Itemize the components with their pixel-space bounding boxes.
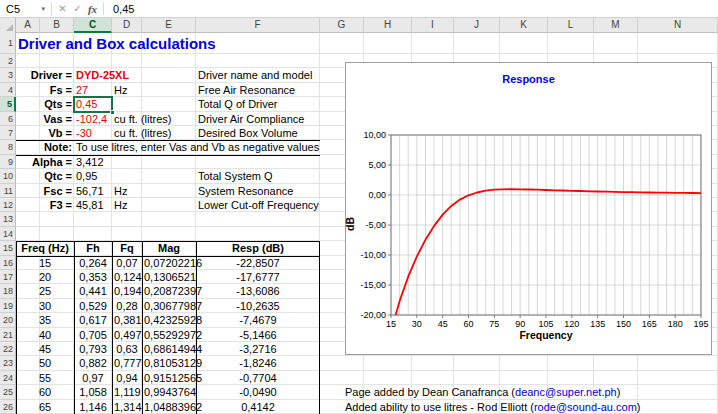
table-cell-r10c2[interactable]: 1,058 [74,385,112,399]
cell-F11[interactable]: System Resonance [196,184,320,198]
row-header-15[interactable]: 15 [0,241,16,255]
cell-C4[interactable]: 27 [74,83,112,97]
table-cell-r5c2[interactable]: 0,617 [74,313,112,327]
table-cell-r4c4[interactable]: 0,30677987 [142,299,196,313]
cell-F6[interactable]: Driver Air Compliance [196,112,320,126]
table-cell-r2c5[interactable]: -17,6777 [196,270,320,284]
col-header-G[interactable]: G [320,18,364,33]
table-cell-r1c3[interactable]: 0,07 [112,256,142,270]
table-cell-r8c5[interactable]: -1,8246 [196,356,320,370]
sheet-grid[interactable]: 1234567891011121314151617181920212223242… [0,33,718,414]
table-cell-r7c2[interactable]: 0,793 [74,342,112,356]
cell-C12[interactable]: 45,81 [74,198,112,212]
table-cell-r4c1[interactable]: 30 [16,299,74,313]
row-header-4[interactable]: 4 [0,83,16,97]
col-header-D[interactable]: D [112,18,142,33]
table-cell-r6c2[interactable]: 0,705 [74,328,112,342]
chevron-down-icon[interactable]: ▾ [41,5,45,13]
table-cell-r9c3[interactable]: 0,94 [112,371,142,385]
col-header-L[interactable]: L [548,18,594,33]
cell-C10[interactable]: 0,95 [74,169,112,183]
table-cell-r1c1[interactable]: 15 [16,256,74,270]
table-cell-r3c5[interactable]: -13,6086 [196,284,320,298]
row-header-6[interactable]: 6 [0,112,16,126]
table-cell-r7c5[interactable]: -3,2716 [196,342,320,356]
table-cell-r3c2[interactable]: 0,441 [74,284,112,298]
row-header-1[interactable]: 1 [0,33,16,54]
response-chart[interactable]: 15304560759010512013515016518019510,005,… [345,62,712,355]
table-cell-r1c4[interactable]: 0,07202216 [142,256,196,270]
table-cell-r9c4[interactable]: 0,91512565 [142,371,196,385]
table-cell-r5c3[interactable]: 0,381 [112,313,142,327]
table-cell-r8c4[interactable]: 0,81053129 [142,356,196,370]
row-header-10[interactable]: 10 [0,169,16,183]
cell-A10[interactable]: Qtc = [16,169,74,183]
row-header-25[interactable]: 25 [0,385,16,399]
cell-F12[interactable]: Lower Cut-off Frequency [196,198,320,212]
table-cell-r3c4[interactable]: 0,20872397 [142,284,196,298]
table-cell-r6c1[interactable]: 40 [16,328,74,342]
table-header-3[interactable]: Fq [112,241,142,255]
table-header-5[interactable]: Resp (dB) [196,241,320,255]
col-header-K[interactable]: K [500,18,548,33]
cell-A3[interactable]: Driver = [16,68,74,82]
col-header-I[interactable]: I [412,18,454,33]
table-cell-r2c4[interactable]: 0,1306521 [142,270,196,284]
col-header-A[interactable]: A [16,18,40,33]
cell-A1[interactable]: Driver and Box calculations [16,33,40,54]
cell-F5[interactable]: Total Q of Driver [196,97,320,111]
cell-D7[interactable]: cu ft. (litres) [112,126,142,140]
table-cell-r4c3[interactable]: 0,28 [112,299,142,313]
table-cell-r10c5[interactable]: -0,0490 [196,385,320,399]
row-header-8[interactable]: 8 [0,140,16,154]
table-cell-r4c5[interactable]: -10,2635 [196,299,320,313]
row-header-16[interactable]: 16 [0,256,16,270]
table-cell-r3c3[interactable]: 0,194 [112,284,142,298]
table-cell-r1c2[interactable]: 0,264 [74,256,112,270]
cell-A9[interactable]: Alpha = [16,155,74,169]
cell-C7[interactable]: -30 [74,126,112,140]
table-cell-r11c4[interactable]: 1,04883962 [142,400,196,414]
row-header-22[interactable]: 22 [0,342,16,356]
row-header-5[interactable]: 5 [0,97,16,111]
cell-D11[interactable]: Hz [112,184,142,198]
select-all-corner[interactable] [0,18,16,33]
row-header-14[interactable]: 14 [0,227,16,241]
cell-A11[interactable]: Fsc = [16,184,74,198]
table-cell-r8c2[interactable]: 0,882 [74,356,112,370]
table-cell-r5c5[interactable]: -7,4679 [196,313,320,327]
table-cell-r11c2[interactable]: 1,146 [74,400,112,414]
cancel-icon[interactable]: ✕ [55,3,70,14]
cell-A5[interactable]: Qts = [16,97,74,111]
table-cell-r9c1[interactable]: 55 [16,371,74,385]
row-header-21[interactable]: 21 [0,328,16,342]
row-header-13[interactable]: 13 [0,212,16,226]
table-cell-r9c2[interactable]: 0,97 [74,371,112,385]
row-header-26[interactable]: 26 [0,400,16,414]
table-cell-r10c3[interactable]: 1,119 [112,385,142,399]
row-header-2[interactable]: 2 [0,54,16,68]
col-header-F[interactable]: F [196,18,320,33]
table-cell-r5c1[interactable]: 35 [16,313,74,327]
insert-function-icon[interactable]: fx [85,3,100,15]
row-header-11[interactable]: 11 [0,184,16,198]
cell-D6[interactable]: cu ft. (litres) [112,112,142,126]
table-cell-r11c3[interactable]: 1,314 [112,400,142,414]
cell-A7[interactable]: Vb = [16,126,74,140]
table-cell-r8c1[interactable]: 50 [16,356,74,370]
row-header-12[interactable]: 12 [0,198,16,212]
row-header-18[interactable]: 18 [0,284,16,298]
cell-F3[interactable]: Driver name and model [196,68,320,82]
cell-F7[interactable]: Desired Box Volume [196,126,320,140]
table-cell-r7c3[interactable]: 0,63 [112,342,142,356]
row-header-24[interactable]: 24 [0,371,16,385]
selected-cell-outline[interactable] [73,96,113,112]
table-cell-r3c1[interactable]: 25 [16,284,74,298]
table-cell-r11c1[interactable]: 65 [16,400,74,414]
table-cell-r7c4[interactable]: 0,68614944 [142,342,196,356]
cell-A6[interactable]: Vas = [16,112,74,126]
table-cell-r2c2[interactable]: 0,353 [74,270,112,284]
email-link[interactable]: rode@sound-au.com [534,401,637,413]
cell-C8[interactable]: To use litres, enter Vas and Vb as negat… [74,140,112,154]
table-cell-r8c3[interactable]: 0,777 [112,356,142,370]
